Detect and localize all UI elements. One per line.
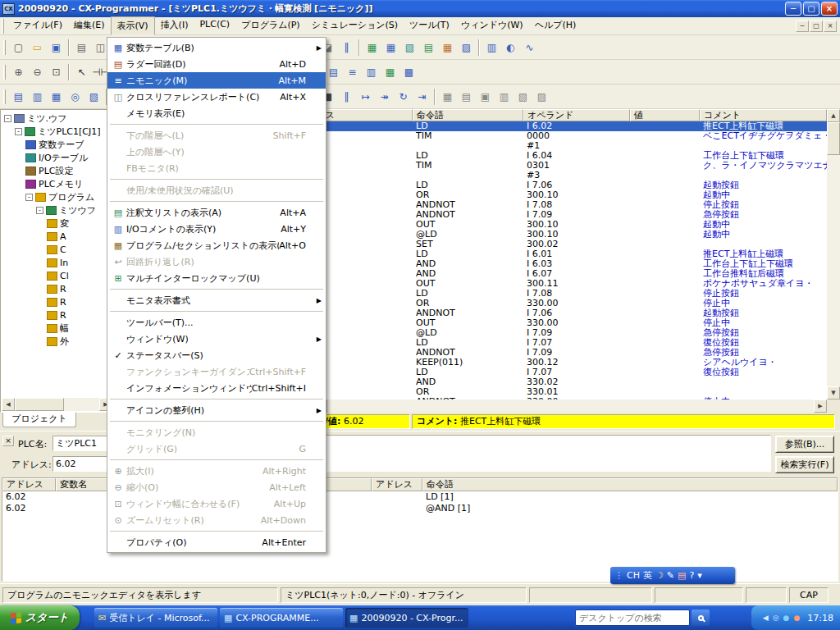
tree-expand-icon[interactable]: -: [15, 128, 22, 135]
tree-item-2[interactable]: 変数テーブ: [2, 138, 112, 151]
tree-horizontal-scrollbar[interactable]: ◀ ▶: [2, 398, 112, 411]
mdi-restore-icon[interactable]: ▢: [810, 21, 823, 32]
tree-item-13[interactable]: R: [2, 282, 112, 295]
section-list-icon[interactable]: ▤: [419, 39, 438, 57]
mnemonic-col-header-2[interactable]: 命令語: [413, 109, 523, 121]
ime-drag-handle[interactable]: ⋮: [614, 567, 623, 584]
search-icon[interactable]: [692, 609, 710, 626]
tree-item-8[interactable]: 変: [2, 217, 112, 230]
ime-language-button[interactable]: CH: [627, 567, 640, 584]
scroll-up-icon[interactable]: ▲: [827, 109, 840, 122]
desktop-search-input[interactable]: [575, 609, 690, 626]
mdi-minimize-icon[interactable]: ─: [796, 21, 809, 32]
menubar-item-8[interactable]: ウィンドウ(W): [455, 16, 529, 35]
view-menu-item-18[interactable]: モニタ表示書式▶: [107, 292, 326, 308]
tree-item-4[interactable]: PLC設定: [2, 164, 112, 177]
view-menu-item-21[interactable]: ウィンドウ(W)▶: [107, 331, 326, 347]
tree-item-14[interactable]: R: [2, 295, 112, 308]
mnemonic-window-icon[interactable]: ≡: [343, 63, 362, 81]
force-cancel-icon[interactable]: ▥: [495, 88, 514, 106]
step-over-icon[interactable]: ↠: [375, 88, 394, 106]
view-menu-item-26[interactable]: アイコンの整列(H)▶: [107, 402, 326, 418]
continuous-step-icon[interactable]: ↻: [394, 88, 413, 106]
new-file-icon[interactable]: ▢: [9, 39, 28, 57]
ime-options-icon[interactable]: ▾: [697, 567, 702, 584]
project-workspace-icon[interactable]: ▤: [9, 88, 28, 106]
pause-simulation-icon[interactable]: ‖: [337, 88, 356, 106]
menubar-item-5[interactable]: プログラム(P): [235, 16, 306, 35]
scroll-down-icon[interactable]: ▼: [827, 386, 840, 399]
print-icon[interactable]: ▤: [72, 39, 91, 57]
data-trace-icon[interactable]: ∿: [520, 39, 539, 57]
tree-item-6[interactable]: -プログラム: [2, 190, 112, 203]
menubar-item-7[interactable]: ツール(T): [404, 16, 455, 35]
force-set-icon[interactable]: ▣: [476, 88, 495, 106]
monitor-data-2-icon[interactable]: ▤: [457, 88, 476, 106]
plc-memory-icon[interactable]: ▦: [381, 39, 400, 57]
save-icon[interactable]: ▣: [47, 39, 66, 57]
view-menu-item-36[interactable]: プロパティ(O)Alt+Enter: [107, 534, 326, 550]
view-menu-item-12[interactable]: ▤注釈文リストの表示(A)Alt+A: [107, 204, 326, 221]
tree-scroll-thumb[interactable]: [15, 398, 64, 411]
mnemonic-col-header-3[interactable]: オペランド: [523, 109, 630, 121]
zoom-fit-icon[interactable]: ⊡: [47, 63, 66, 81]
taskbar-window-1[interactable]: ▦CX-PROGRAMME...: [220, 608, 343, 628]
editor-vertical-scrollbar[interactable]: ▲ ▼: [827, 109, 840, 399]
tab-project[interactable]: プロジェクト: [2, 413, 76, 427]
mdi-close-icon[interactable]: ×: [824, 21, 837, 32]
tree-expand-icon[interactable]: -: [36, 207, 43, 214]
find-button[interactable]: 検索実行(F): [775, 456, 834, 473]
tray-app-cyan-icon[interactable]: ●: [783, 614, 790, 622]
tree-expand-icon[interactable]: -: [4, 115, 11, 122]
window-titlebar[interactable]: CX 20090920 - CX-Programmer - [ミツPLC1.ミツ…: [0, 0, 840, 17]
tree-item-9[interactable]: A: [2, 230, 112, 243]
taskbar-window-0[interactable]: ✉受信トレイ - Microsof...: [94, 608, 217, 628]
view-menu-item-3[interactable]: ◫クロスリファレンスレポート(C)Alt+X: [107, 89, 326, 105]
tree-expand-icon[interactable]: -: [25, 194, 33, 201]
ime-dictionary-icon[interactable]: ▤: [678, 567, 686, 584]
address-reference-tool-icon[interactable]: ◎: [66, 88, 84, 106]
editor-vscroll-track[interactable]: [827, 155, 840, 386]
fb-window-icon[interactable]: ▥: [362, 63, 381, 81]
view-menu-item-22[interactable]: ✓ステータスバー(S): [107, 347, 326, 363]
plc-settings-icon[interactable]: ▧: [400, 39, 419, 57]
zoom-in-icon[interactable]: ⊕: [9, 63, 28, 81]
io-table-icon[interactable]: ▦: [363, 39, 381, 57]
watch-window-icon[interactable]: ▥: [482, 39, 501, 57]
monitor-grid-icon[interactable]: ▩: [399, 63, 418, 81]
io-comment-window-icon[interactable]: ▦: [381, 63, 399, 81]
watch-win-icon[interactable]: ▦: [47, 88, 66, 106]
monitor-window-icon[interactable]: ▨: [457, 39, 476, 57]
tree-item-15[interactable]: R: [2, 308, 112, 322]
output-window-icon[interactable]: ▥: [28, 88, 47, 106]
tree-item-5[interactable]: PLCメモリ: [2, 177, 112, 190]
mnemonic-col-header-4[interactable]: 値: [630, 109, 700, 121]
reference-col-header-3[interactable]: 命令語: [422, 478, 838, 491]
tree-item-7[interactable]: -ミツウフ: [2, 203, 112, 217]
ime-input-mode-button[interactable]: 英: [643, 567, 652, 584]
panel-close-icon[interactable]: ×: [2, 436, 14, 446]
toolbar-drag-handle[interactable]: [3, 40, 6, 55]
cross-reference-icon[interactable]: ◐: [501, 39, 520, 57]
view-menu-item-1[interactable]: ▤ラダー回路(D)Alt+D: [107, 56, 326, 72]
menubar-item-0[interactable]: ファイル(F): [7, 16, 68, 35]
menubar-item-2[interactable]: 表示(V): [111, 16, 155, 35]
editor-hscroll-track[interactable]: [327, 399, 814, 413]
ime-pad-icon[interactable]: ✎: [667, 567, 674, 584]
reference-col-header-0[interactable]: アドレス: [2, 478, 56, 491]
close-icon[interactable]: ×: [821, 2, 838, 16]
view-menu-item-20[interactable]: ツールバー(T)...: [107, 314, 326, 331]
tree-item-12[interactable]: Cl: [2, 269, 112, 282]
menubar-item-6[interactable]: シミュレーション(S): [306, 16, 404, 35]
open-file-icon[interactable]: ▭: [28, 39, 47, 57]
view-menu-item-2[interactable]: ≡ニモニック(M)Alt+M: [107, 72, 326, 89]
binary-monitor-icon[interactable]: ▨: [532, 88, 551, 106]
scroll-left-icon[interactable]: ◀: [2, 398, 15, 411]
tree-item-1[interactable]: -ミツPLC1[CJ1]: [2, 125, 112, 138]
menubar-item-9[interactable]: ヘルプ(H): [529, 16, 582, 35]
tree-item-10[interactable]: C: [2, 243, 112, 256]
start-button[interactable]: スタート: [0, 605, 80, 630]
tree-item-3[interactable]: I/Oテーブル: [2, 151, 112, 164]
scroll-right-icon[interactable]: ▶: [814, 399, 827, 413]
tree-item-0[interactable]: -ミツ.ウフ: [2, 112, 112, 125]
